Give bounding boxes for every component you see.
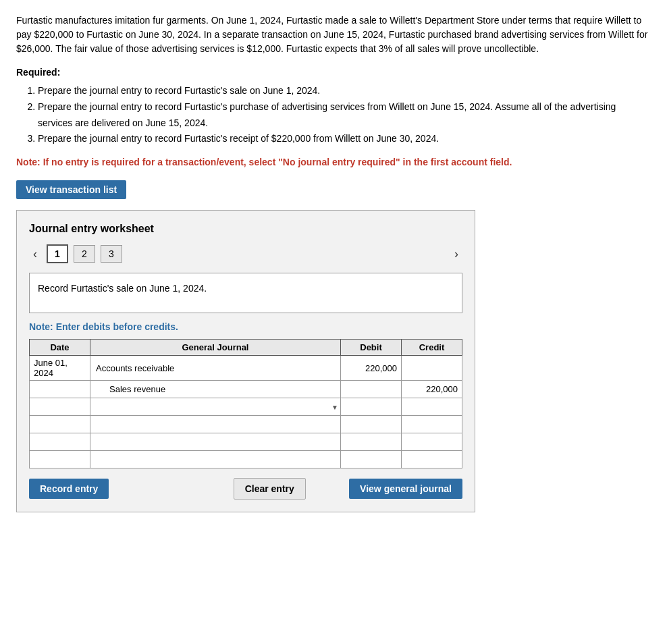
account-cell-3[interactable]: ▼ <box>90 398 341 416</box>
date-cell-4 <box>30 416 90 433</box>
record-entry-button[interactable]: Record entry <box>29 479 109 499</box>
account-cell-6[interactable] <box>90 451 341 468</box>
date-cell-5 <box>30 433 90 451</box>
required-item-2: Prepare the journal entry to record Furt… <box>38 99 651 132</box>
note-text: Note: If no entry is required for a tran… <box>16 155 651 169</box>
required-item-3: Prepare the journal entry to record Furt… <box>38 131 651 147</box>
problem-text: Furtastic manufactures imitation fur gar… <box>16 14 651 56</box>
clear-entry-button[interactable]: Clear entry <box>234 478 306 500</box>
tab-1[interactable]: 1 <box>47 244 68 263</box>
date-cell-6 <box>30 451 90 468</box>
table-row <box>30 451 462 468</box>
debit-cell-1[interactable]: 220,000 <box>341 356 402 381</box>
debit-cell-6[interactable] <box>341 451 402 468</box>
credit-cell-2[interactable]: 220,000 <box>402 381 462 398</box>
account-cell-5[interactable] <box>90 433 341 451</box>
col-credit: Credit <box>402 340 462 356</box>
account-cell-2[interactable]: Sales revenue <box>90 381 341 398</box>
clear-section: Clear entry <box>190 478 349 500</box>
dropdown-arrow-icon: ▼ <box>331 403 338 410</box>
credit-cell-6[interactable] <box>402 451 462 468</box>
nav-row: ‹ 1 2 3 › <box>29 244 462 263</box>
view-general-journal-button[interactable]: View general journal <box>349 479 462 499</box>
debit-cell-5[interactable] <box>341 433 402 451</box>
credit-cell-4[interactable] <box>402 416 462 433</box>
debit-cell-2[interactable] <box>341 381 402 398</box>
account-cell-1[interactable]: Accounts receivable <box>90 356 341 381</box>
note-debits: Note: Enter debits before credits. <box>29 321 462 332</box>
credit-cell-3[interactable] <box>402 398 462 416</box>
credit-cell-1[interactable] <box>402 356 462 381</box>
required-label: Required: <box>16 67 651 78</box>
debit-cell-4[interactable] <box>341 416 402 433</box>
table-header-row: Date General Journal Debit Credit <box>30 340 462 356</box>
table-row: ▼ <box>30 398 462 416</box>
table-row <box>30 416 462 433</box>
credit-cell-5[interactable] <box>402 433 462 451</box>
journal-table: Date General Journal Debit Credit June 0… <box>29 339 462 468</box>
col-date: Date <box>30 340 90 356</box>
date-cell-3 <box>30 398 90 416</box>
col-general-journal: General Journal <box>90 340 341 356</box>
worksheet-title: Journal entry worksheet <box>29 223 462 235</box>
required-item-1: Prepare the journal entry to record Furt… <box>38 83 651 99</box>
worksheet-container: Journal entry worksheet ‹ 1 2 3 › Record… <box>16 210 475 512</box>
table-row: June 01,2024 Accounts receivable 220,000 <box>30 356 462 381</box>
task-description: Record Furtastic's sale on June 1, 2024. <box>29 273 462 313</box>
prev-arrow[interactable]: ‹ <box>29 246 41 263</box>
table-row <box>30 433 462 451</box>
col-debit: Debit <box>341 340 402 356</box>
tab-2[interactable]: 2 <box>74 245 95 263</box>
tab-3[interactable]: 3 <box>101 245 122 263</box>
table-row: Sales revenue 220,000 <box>30 381 462 398</box>
required-list: Prepare the journal entry to record Furt… <box>38 83 651 147</box>
date-cell-1: June 01,2024 <box>30 356 90 381</box>
view-transaction-button[interactable]: View transaction list <box>16 180 126 199</box>
next-arrow[interactable]: › <box>450 246 462 263</box>
account-cell-4[interactable] <box>90 416 341 433</box>
date-cell-2 <box>30 381 90 398</box>
debit-cell-3[interactable] <box>341 398 402 416</box>
bottom-row: Record entry Clear entry View general jo… <box>29 478 462 500</box>
